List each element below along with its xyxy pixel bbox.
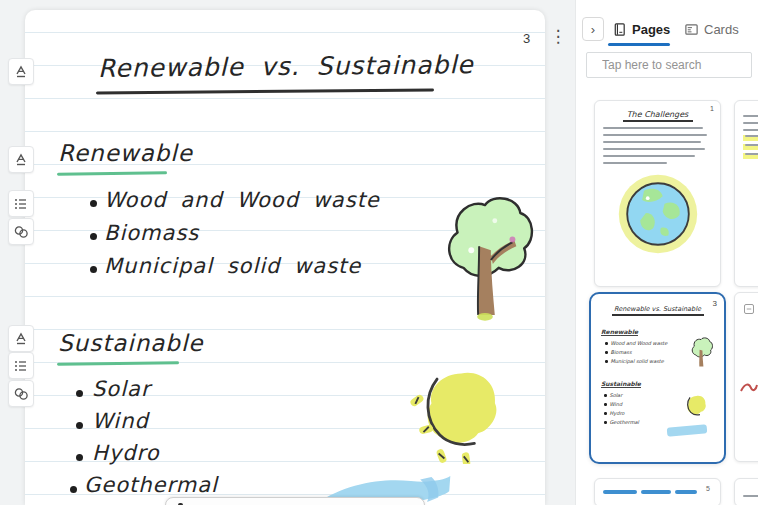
page-thumbnail-renewable-selected[interactable]: 3 Renewable vs. Sustainable Renewable Wo… (589, 292, 726, 464)
sun-ray (436, 448, 448, 464)
mini-bullet-dot (604, 394, 607, 397)
mini-bullet-dot (605, 342, 608, 345)
handwriting-line (603, 155, 695, 157)
handwriting-line (743, 115, 758, 117)
list-item: Wood and Wood waste (104, 188, 380, 212)
tab-pages[interactable]: Pages (612, 17, 670, 41)
thumbnail-title: The Challenges (595, 110, 720, 119)
search-box[interactable] (586, 52, 752, 78)
mini-bullet-dot (605, 360, 608, 363)
red-scribble-mark (739, 379, 758, 395)
pages-sidebar: › Pages Cards (575, 0, 758, 505)
page-thumbnail-partial-bottom[interactable] (734, 478, 758, 505)
mini-bullet-dot (605, 351, 608, 354)
handwriting-line (603, 141, 701, 143)
page-menu-kebab-icon[interactable]: ⋮ (549, 26, 567, 48)
mini-item-label: Wind (610, 401, 623, 407)
thumbnail-title-underline (612, 314, 704, 316)
app-window: 3 ⋮ Renewable vs. Sustainable Renewable … (0, 0, 758, 505)
sun-ray (461, 452, 470, 464)
attachment-icon (743, 303, 755, 315)
sidebar-collapse-button[interactable]: › (582, 17, 604, 41)
floating-toolbar-popup[interactable] (165, 497, 425, 505)
pages-icon (612, 22, 627, 37)
list-block-handle[interactable] (8, 190, 34, 217)
thumbnail-title: Renewable vs. Sustainable (591, 305, 724, 313)
text-block-icon (13, 331, 29, 347)
handwriting-line (603, 127, 703, 129)
tab-cards[interactable]: Cards (684, 17, 739, 41)
text-block-handle[interactable] (8, 325, 34, 352)
mini-list-item: Biomass (605, 349, 632, 355)
mini-list-item: Wood and Wood waste (605, 340, 667, 346)
list-block-handle[interactable] (8, 352, 34, 379)
tree-drawing (436, 190, 534, 330)
list-item: Solar (92, 377, 151, 401)
list-block-icon (13, 358, 29, 374)
page-number: 3 (523, 31, 530, 46)
highlighted-line (743, 135, 758, 141)
handwriting-line (603, 162, 667, 164)
bullet-dot (76, 422, 83, 429)
mini-list-item: Hydro (604, 410, 624, 416)
list-item: Wind (92, 409, 149, 433)
mini-item-label: Hydro (610, 410, 625, 416)
mini-heading: Renewable (601, 328, 638, 336)
mini-list-item: Solar (604, 392, 622, 398)
mini-list-item: Wind (604, 401, 622, 407)
search-input[interactable] (600, 57, 758, 73)
mini-sun-drawing (679, 394, 709, 420)
thumbnail-page-number: 3 (713, 299, 717, 308)
handwriting-line (745, 135, 758, 137)
handwriting-line (743, 495, 758, 497)
mini-heading: Sustainable (601, 380, 641, 388)
earth-globe-drawing (616, 172, 700, 256)
mini-water-stroke (667, 424, 708, 436)
bullet-dot (90, 233, 97, 240)
mini-item-label: Municipal solid waste (611, 358, 664, 364)
drawing-block-icon (13, 386, 29, 402)
mini-item-label: Wood and Wood waste (611, 340, 668, 346)
mini-bullet-dot (604, 403, 607, 406)
text-block-handle[interactable] (8, 146, 34, 173)
bullet-dot (76, 390, 83, 397)
handwriting-line (745, 153, 758, 155)
mini-item-label: Solar (610, 392, 623, 398)
mini-bullet-dot (604, 421, 607, 424)
text-block-icon (13, 64, 29, 80)
handwriting-line (603, 134, 707, 136)
drawing-block-handle[interactable] (8, 380, 34, 407)
list-item: Geothermal (84, 473, 218, 497)
blue-handwriting-title (603, 490, 637, 494)
mini-tree-drawing (689, 336, 713, 370)
page-thumbnail-partial-bottom[interactable]: 5 (594, 478, 721, 505)
mini-bullet-dot (604, 412, 607, 415)
text-block-icon (13, 152, 29, 168)
section-heading-renewable: Renewable (58, 140, 193, 166)
tab-pages-label: Pages (632, 22, 670, 37)
sun-drawing (396, 366, 508, 464)
tab-cards-label: Cards (704, 22, 739, 37)
note-title: Renewable vs. Sustainable (98, 50, 474, 83)
active-tab-underline (608, 43, 670, 46)
bullet-dot (70, 486, 77, 493)
bullet-dot (90, 200, 97, 207)
page-thumbnail-the-challenges[interactable]: 1 The Challenges (594, 100, 721, 287)
cards-icon (684, 22, 699, 37)
handwriting-line (743, 122, 758, 124)
list-item: Biomass (104, 221, 199, 245)
page-thumbnail-partial[interactable] (734, 100, 758, 287)
handwriting-line (745, 144, 758, 146)
list-item: Hydro (92, 441, 160, 465)
text-block-handle[interactable] (8, 58, 34, 85)
handwriting-line (603, 148, 705, 150)
list-item: Municipal solid waste (104, 254, 361, 278)
thumbnail-page-number: 1 (710, 105, 714, 112)
highlighted-line (743, 153, 758, 159)
mini-list-item: Geothermal (604, 419, 639, 425)
thumbnail-title-underline (623, 120, 693, 122)
page-thumbnail-partial[interactable] (734, 292, 758, 462)
drawing-block-icon (13, 224, 29, 240)
drawing-block-handle[interactable] (8, 218, 34, 245)
section-heading-sustainable: Sustainable (58, 330, 203, 356)
